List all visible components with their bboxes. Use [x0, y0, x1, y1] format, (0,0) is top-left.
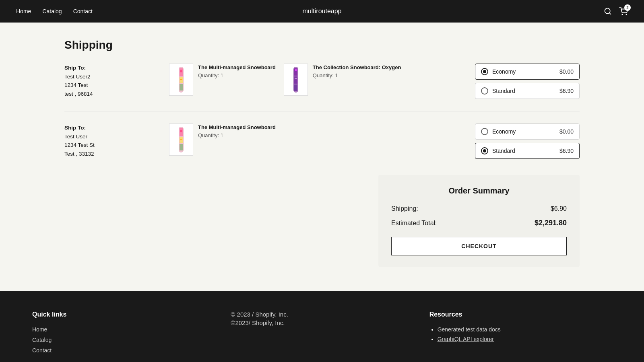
copyright-line2: ©2023/ Shopify, Inc. — [231, 319, 413, 326]
resource-link-1[interactable]: Generated test data docs — [438, 326, 501, 333]
resource-link-2[interactable]: GraphiQL API explorer — [438, 336, 494, 342]
footer-quick-links: Quick links Home Catalog Contact — [32, 311, 215, 358]
snowboard-svg-pink — [173, 65, 189, 94]
product-info-1-2: The Collection Snowboard: Oxygen Quantit… — [313, 64, 401, 79]
option-left-economy-2: Economy — [481, 128, 516, 135]
radio-economy-1 — [481, 68, 488, 75]
shipping-divider — [64, 111, 580, 111]
option-label-economy-1: Economy — [492, 68, 516, 75]
svg-rect-8 — [180, 84, 183, 90]
shipping-option-standard-2[interactable]: Standard $6.90 — [475, 143, 580, 159]
footer-link-catalog[interactable]: Catalog — [32, 337, 215, 343]
products-area-1: The Multi-managed Snowboard Quantity: 1 — [169, 64, 475, 96]
svg-point-3 — [626, 14, 627, 15]
shipping-option-standard-1[interactable]: Standard $6.90 — [475, 83, 580, 99]
cart-button[interactable]: 2 — [619, 7, 628, 16]
svg-point-2 — [622, 14, 623, 15]
product-name-2-1: The Multi-managed Snowboard — [198, 123, 276, 132]
site-logo: multirouteapp — [303, 8, 342, 15]
svg-point-9 — [180, 70, 182, 72]
radio-standard-2 — [481, 147, 488, 154]
option-price-standard-2: $6.90 — [559, 148, 574, 154]
summary-shipping-row: Shipping: $6.90 — [391, 205, 567, 212]
ship-to-label-2: Ship To: — [64, 123, 169, 132]
product-name-1-2: The Collection Snowboard: Oxygen — [313, 64, 401, 72]
search-icon — [604, 7, 612, 15]
product-image-2-1 — [169, 123, 193, 156]
product-item-2-1: The Multi-managed Snowboard Quantity: 1 — [169, 123, 276, 156]
ship-to-info-1: Ship To: Test User2 1234 Test test , 968… — [64, 64, 169, 98]
shipping-option-economy-2[interactable]: Economy $0.00 — [475, 123, 580, 140]
svg-point-23 — [180, 130, 182, 132]
shipping-row-1: Ship To: Test User2 1234 Test test , 968… — [64, 64, 580, 99]
site-footer: Quick links Home Catalog Contact © 2023 … — [0, 291, 644, 362]
total-value: $2,291.80 — [535, 219, 567, 227]
ship-to-name-2: Test User — [64, 132, 169, 141]
footer-link-home[interactable]: Home — [32, 326, 215, 333]
option-price-economy-2: $0.00 — [559, 128, 574, 135]
option-label-economy-2: Economy — [492, 128, 516, 135]
footer-link-contact[interactable]: Contact — [32, 347, 215, 354]
product-item-1-1: The Multi-managed Snowboard Quantity: 1 — [169, 64, 276, 96]
checkout-button[interactable]: CHECKOUT — [391, 237, 567, 255]
resources-list: Generated test data docs GraphiQL API ex… — [429, 326, 612, 342]
ship-to-address1-2: 1234 Test St — [64, 141, 169, 150]
page-title: Shipping — [64, 39, 580, 51]
product-info-2-1: The Multi-managed Snowboard Quantity: 1 — [198, 123, 276, 139]
quick-links-title: Quick links — [32, 311, 215, 318]
product-item-1-2: The Collection Snowboard: Oxygen Quantit… — [284, 64, 401, 96]
shipping-option-economy-1[interactable]: Economy $0.00 — [475, 64, 580, 80]
footer-resources: Resources Generated test data docs Graph… — [429, 311, 612, 358]
resource-item-2: GraphiQL API explorer — [438, 336, 612, 342]
header-icons: 2 — [604, 7, 628, 16]
total-label: Estimated Total: — [391, 220, 437, 227]
nav-contact[interactable]: Contact — [73, 8, 93, 14]
site-header: Home Catalog Contact multirouteapp 2 — [0, 0, 644, 23]
product-info-1-1: The Multi-managed Snowboard Quantity: 1 — [198, 64, 276, 79]
svg-point-16 — [295, 69, 297, 71]
shipping-options-2: Economy $0.00 Standard $6.90 — [475, 123, 580, 159]
svg-rect-14 — [294, 76, 297, 84]
ship-to-address2-2: Test , 33132 — [64, 150, 169, 158]
svg-rect-21 — [180, 137, 183, 143]
option-left-economy-1: Economy — [481, 68, 516, 75]
svg-rect-10 — [180, 79, 182, 80]
main-nav: Home Catalog Contact — [16, 8, 93, 14]
svg-line-1 — [609, 13, 611, 14]
shipping-value: $6.90 — [551, 205, 567, 212]
svg-rect-17 — [295, 78, 297, 79]
order-summary-title: Order Summary — [391, 186, 567, 195]
snowboard-svg-pink-2 — [173, 125, 189, 154]
shipping-row-2: Ship To: Test User 1234 Test St Test , 3… — [64, 123, 580, 159]
product-name-1-1: The Multi-managed Snowboard — [198, 64, 276, 72]
main-content: Shipping Ship To: Test User2 1234 Test t… — [0, 23, 644, 291]
option-price-economy-1: $0.00 — [559, 68, 574, 75]
product-qty-1-1: Quantity: 1 — [198, 72, 276, 80]
nav-home[interactable]: Home — [16, 8, 31, 14]
order-summary-container: Order Summary Shipping: $6.90 Estimated … — [64, 175, 580, 267]
svg-rect-24 — [180, 139, 182, 140]
resources-title: Resources — [429, 311, 612, 318]
product-qty-1-2: Quantity: 1 — [313, 72, 401, 80]
cart-count: 2 — [624, 4, 631, 11]
product-qty-2-1: Quantity: 1 — [198, 132, 276, 140]
ship-to-label-1: Ship To: — [64, 64, 169, 72]
order-summary: Order Summary Shipping: $6.90 Estimated … — [378, 175, 580, 267]
copyright-line1: © 2023 / Shopify, Inc. — [231, 311, 413, 318]
option-left-standard-1: Standard — [481, 87, 515, 95]
nav-catalog[interactable]: Catalog — [42, 8, 62, 14]
product-image-1-2 — [284, 64, 308, 96]
radio-economy-2 — [481, 128, 488, 135]
snowboard-svg-purple — [288, 65, 304, 94]
product-image-1-1 — [169, 64, 193, 96]
svg-rect-7 — [180, 77, 183, 83]
option-label-standard-1: Standard — [492, 88, 515, 94]
search-button[interactable] — [604, 7, 612, 15]
summary-total-row: Estimated Total: $2,291.80 — [391, 219, 567, 227]
option-left-standard-2: Standard — [481, 147, 515, 154]
resource-item-1: Generated test data docs — [438, 326, 612, 333]
shipping-section: Ship To: Test User2 1234 Test test , 968… — [64, 64, 580, 159]
footer-links-list: Home Catalog Contact — [32, 326, 215, 354]
ship-to-name-1: Test User2 — [64, 72, 169, 81]
radio-standard-1 — [481, 87, 488, 95]
